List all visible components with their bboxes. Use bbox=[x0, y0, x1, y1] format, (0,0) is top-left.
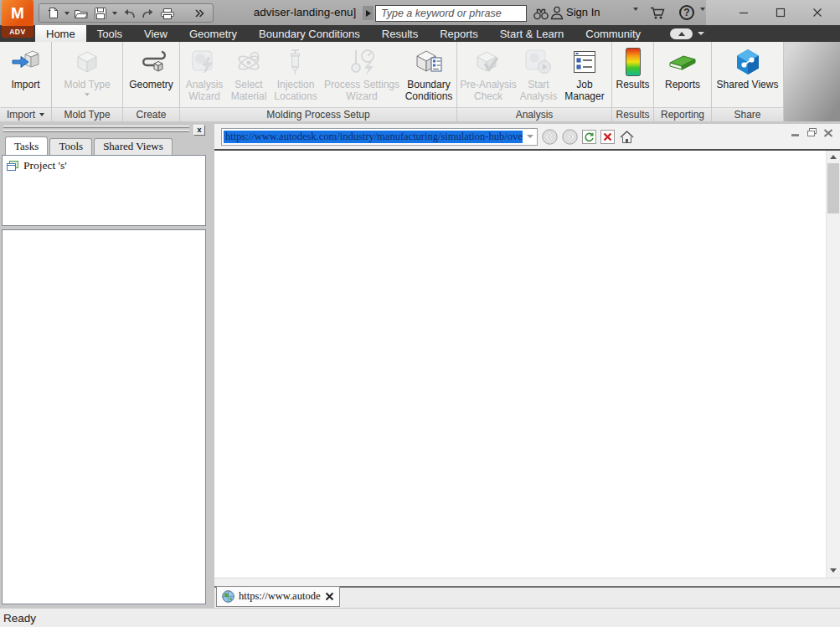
undo-button[interactable] bbox=[120, 5, 138, 22]
caret-up-icon bbox=[678, 32, 685, 36]
minimize-icon bbox=[739, 8, 749, 18]
customize-toolbar-button[interactable] bbox=[190, 5, 209, 22]
new-file-dropdown[interactable] bbox=[63, 5, 71, 22]
results-button[interactable]: Results bbox=[614, 45, 652, 107]
ribbon-options-dropdown[interactable] bbox=[698, 32, 704, 35]
button-label: Select Material bbox=[228, 79, 270, 102]
group-label-import[interactable]: Import bbox=[0, 107, 51, 121]
address-bar[interactable]: https://www.autodesk.com/industry/manufa… bbox=[221, 128, 538, 146]
stop-icon bbox=[600, 130, 615, 144]
globe-icon bbox=[222, 590, 234, 603]
save-button[interactable] bbox=[91, 5, 110, 22]
back-button[interactable] bbox=[542, 129, 558, 145]
tab-reports[interactable]: Reports bbox=[429, 25, 489, 42]
document-window-controls bbox=[790, 128, 833, 137]
stop-button[interactable] bbox=[600, 130, 615, 144]
sidebar-tab-tasks[interactable]: Tasks bbox=[5, 136, 48, 155]
caret-down-icon bbox=[700, 8, 705, 25]
reports-button[interactable]: Reports bbox=[657, 45, 708, 107]
web-content bbox=[214, 151, 840, 578]
scroll-up-button[interactable] bbox=[827, 151, 840, 163]
pre-analysis-check-button[interactable]: Pre-Analysis Check bbox=[459, 45, 518, 107]
mold-type-button[interactable]: Mold Type bbox=[57, 45, 117, 107]
doc-restore-button[interactable] bbox=[807, 128, 817, 137]
help-button[interactable]: ? bbox=[679, 5, 694, 20]
doc-close-button[interactable] bbox=[823, 129, 833, 137]
app-logo-letter: M bbox=[2, 0, 33, 26]
job-manager-button[interactable]: Job Manager bbox=[559, 45, 610, 107]
print-button[interactable] bbox=[158, 5, 177, 22]
vertical-scrollbar[interactable] bbox=[826, 151, 840, 578]
button-label: Geometry bbox=[129, 79, 173, 90]
address-dropdown[interactable] bbox=[523, 129, 537, 145]
tab-home[interactable]: Home bbox=[35, 25, 86, 42]
refresh-button[interactable] bbox=[582, 130, 596, 144]
ribbon-group-molding-process-setup: Analysis Wizard Select Material Injectio… bbox=[180, 42, 457, 121]
binoculars-icon bbox=[533, 7, 549, 20]
help-dropdown[interactable] bbox=[700, 11, 705, 26]
button-label: Start Analysis bbox=[518, 79, 559, 102]
address-input[interactable]: https://www.autodesk.com/industry/manufa… bbox=[224, 131, 523, 143]
sign-in-dropdown[interactable] bbox=[633, 11, 638, 26]
minimize-button[interactable] bbox=[731, 3, 756, 22]
scroll-down-button[interactable] bbox=[827, 564, 840, 576]
tab-tools[interactable]: Tools bbox=[86, 25, 133, 42]
browser-tab-strip: https://www.autodesk.... bbox=[214, 586, 840, 608]
save-dropdown[interactable] bbox=[111, 5, 119, 22]
boundary-conditions-button[interactable]: Boundary Conditions bbox=[402, 45, 456, 107]
browser-tab[interactable]: https://www.autodesk.... bbox=[216, 586, 340, 607]
start-analysis-button[interactable]: Start Analysis bbox=[518, 45, 559, 107]
tasks-tree-panel: Project 's' bbox=[2, 155, 206, 226]
injection-locations-button[interactable]: Injection Locations bbox=[270, 45, 322, 107]
import-button[interactable]: Import bbox=[3, 45, 49, 107]
redo-button[interactable] bbox=[139, 5, 157, 22]
maximize-button[interactable] bbox=[768, 3, 793, 22]
print-icon bbox=[160, 7, 175, 20]
close-icon bbox=[823, 129, 833, 137]
tab-community[interactable]: Community bbox=[575, 25, 652, 42]
app-logo[interactable]: M ADV bbox=[2, 0, 33, 39]
sidebar-tab-shared-views[interactable]: Shared Views bbox=[94, 138, 173, 155]
shared-views-icon bbox=[733, 45, 763, 79]
geometry-button[interactable]: Geometry bbox=[125, 45, 178, 107]
home-button[interactable] bbox=[619, 130, 635, 144]
geometry-icon bbox=[137, 45, 167, 79]
advanced-search-button[interactable] bbox=[533, 7, 549, 20]
doc-minimize-button[interactable] bbox=[790, 128, 801, 137]
sign-in-button[interactable] bbox=[550, 5, 564, 20]
status-bar: Ready bbox=[0, 608, 840, 627]
tree-item-project[interactable]: Project 's' bbox=[3, 156, 205, 172]
select-material-button[interactable]: Select Material bbox=[228, 45, 270, 107]
triangle-down-icon bbox=[830, 568, 837, 573]
group-label-results: Results bbox=[612, 107, 653, 121]
open-button[interactable] bbox=[72, 5, 90, 22]
new-file-icon bbox=[46, 6, 60, 20]
close-icon bbox=[812, 8, 822, 18]
search-input[interactable] bbox=[375, 5, 527, 22]
button-label: Mold Type bbox=[64, 79, 110, 90]
tree-item-label: Project 's' bbox=[23, 159, 67, 172]
tab-close-icon[interactable] bbox=[325, 592, 334, 601]
tab-start-and-learn[interactable]: Start & Learn bbox=[489, 25, 575, 42]
tab-geometry[interactable]: Geometry bbox=[178, 25, 248, 42]
sidebar-close-button[interactable]: x bbox=[193, 125, 205, 136]
drag-grip[interactable] bbox=[3, 126, 189, 128]
forward-button[interactable] bbox=[562, 129, 578, 145]
scrollbar-thumb[interactable] bbox=[827, 163, 839, 213]
tab-view[interactable]: View bbox=[133, 25, 178, 42]
ribbon-group-import: Import Import bbox=[0, 42, 52, 121]
double-chevron-right-icon bbox=[194, 8, 204, 18]
new-file-button[interactable] bbox=[44, 5, 62, 22]
close-button[interactable] bbox=[805, 3, 830, 22]
shared-views-button[interactable]: Shared Views bbox=[714, 45, 782, 107]
tab-boundary-conditions[interactable]: Boundary Conditions bbox=[248, 25, 371, 42]
tab-results[interactable]: Results bbox=[371, 25, 429, 42]
ribbon-collapse-button[interactable] bbox=[670, 28, 693, 39]
sign-in-label[interactable]: Sign In bbox=[566, 0, 600, 25]
process-settings-wizard-button[interactable]: Process Settings Wizard bbox=[322, 45, 402, 107]
analysis-wizard-button[interactable]: Analysis Wizard bbox=[181, 45, 228, 107]
drag-grip[interactable] bbox=[3, 130, 189, 132]
sidebar-tab-tools[interactable]: Tools bbox=[49, 138, 92, 155]
store-button[interactable] bbox=[650, 6, 667, 20]
search-expand-button[interactable] bbox=[363, 6, 374, 20]
